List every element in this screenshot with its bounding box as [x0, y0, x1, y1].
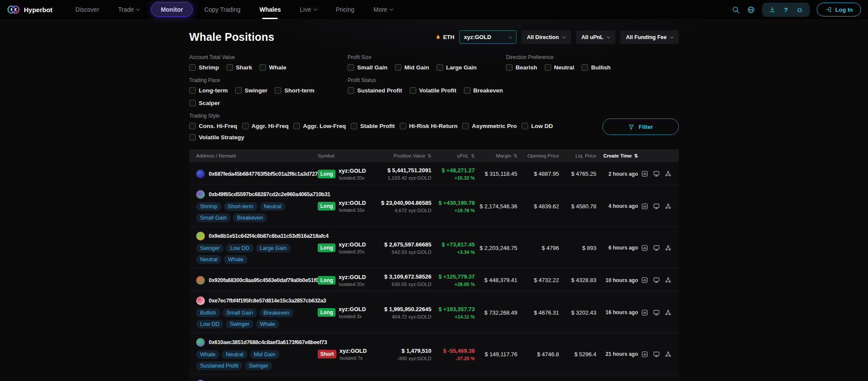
table-row[interactable]: 0xb49f65cd5597bc68287cd2c2e960a4065a710b… [189, 185, 679, 227]
trader-address[interactable]: 0x920fa68300c8aa95c4563e0daf79a0b0e51f0c… [209, 277, 326, 283]
hot-coin-chip[interactable]: ETH [435, 34, 454, 41]
stats-icon[interactable] [641, 244, 648, 252]
trader-tag[interactable]: Small Gain [196, 213, 230, 222]
trader-address[interactable]: 0xe7ec7fbf4f195fc8e57d814e15c3a2857cb632… [209, 298, 326, 304]
filter-button[interactable]: Filter [602, 118, 679, 135]
trader-tag[interactable]: Swinger [196, 244, 224, 253]
log-in-button[interactable]: Log In [817, 3, 861, 16]
filter-option-aggr-low-freq[interactable]: Aggr. Low-Freq [293, 123, 346, 129]
nav-item-trade[interactable]: Trade [111, 3, 147, 16]
checkbox[interactable] [351, 123, 357, 129]
monitor-icon[interactable] [653, 170, 660, 177]
filter-option-bullish[interactable]: Bullish [582, 64, 611, 71]
filter-option-small-gain[interactable]: Small Gain [348, 64, 388, 71]
monitor-icon[interactable] [653, 244, 660, 252]
upnl-filter-dropdown[interactable]: All uPnL [576, 30, 616, 44]
checkbox[interactable] [293, 123, 300, 129]
nav-item-monitor[interactable]: Monitor [151, 2, 192, 17]
share-nodes-icon[interactable] [664, 203, 672, 210]
trader-tag[interactable]: Short-term [224, 202, 257, 211]
trader-address[interactable]: 0x610aec3851d7688c4c8aef3a6173f667e8beef… [209, 339, 327, 345]
funding-fee-filter-dropdown[interactable]: All Funding Fee [620, 30, 679, 44]
checkbox[interactable] [348, 87, 354, 94]
trader-tag[interactable]: Sustained Profit [196, 361, 242, 370]
header-upnl[interactable]: uPnL⇅ [431, 153, 475, 159]
filter-option-cons-hi-freq[interactable]: Cons. Hi-Freq [189, 123, 237, 129]
stats-icon[interactable] [641, 351, 648, 358]
stats-icon[interactable] [641, 309, 648, 316]
monitor-icon[interactable] [653, 276, 660, 284]
checkbox[interactable] [395, 64, 401, 71]
stats-icon[interactable] [641, 170, 648, 177]
download-icon[interactable] [769, 6, 776, 13]
checkbox[interactable] [506, 64, 513, 71]
search-icon[interactable] [732, 6, 740, 14]
nav-item-live[interactable]: Live [293, 3, 324, 16]
checkbox[interactable] [235, 87, 242, 94]
nav-item-copy-trading[interactable]: Copy Trading [197, 3, 248, 16]
direction-filter-dropdown[interactable]: All Direction [521, 30, 571, 44]
filter-option-scalper[interactable]: Scalper [189, 100, 220, 106]
filter-option-hi-risk-hi-return[interactable]: Hi-Risk Hi-Return [400, 123, 458, 129]
checkbox[interactable] [400, 123, 406, 129]
trader-tag[interactable]: Neutral [222, 350, 247, 359]
table-row[interactable]: 0x9e8b1e51c642f4c8b87c6ba11c53d516a218af… [189, 227, 679, 269]
filter-option-volatile-profit[interactable]: Volatile Profit [410, 87, 457, 94]
checkbox[interactable] [189, 87, 196, 94]
header-position-value[interactable]: Position Value⇅ [370, 153, 431, 159]
trader-tag[interactable]: Whale [196, 350, 219, 359]
checkbox[interactable] [260, 64, 266, 71]
help-icon[interactable]: ? [784, 7, 788, 13]
trader-tag[interactable]: Swinger [245, 361, 272, 370]
filter-option-breakeven[interactable]: Breakeven [464, 87, 503, 94]
header-create-time[interactable]: Create Time⇅ [596, 153, 638, 159]
checkbox[interactable] [437, 64, 443, 71]
checkbox[interactable] [227, 64, 233, 71]
filter-option-stable-profit[interactable]: Stable Profit [351, 123, 395, 129]
checkbox[interactable] [189, 64, 196, 71]
table-row[interactable]: 0x77375a8c9d13bf79afb2a87f1b0ac1dfd5f5bf… [189, 375, 679, 381]
symbol-select[interactable]: xyz:GOLD [459, 30, 516, 44]
share-nodes-icon[interactable] [664, 170, 672, 177]
sort-icon[interactable]: ⇅ [634, 153, 638, 159]
trader-tag[interactable]: Mid Gain [250, 350, 279, 359]
trader-tag[interactable]: Swinger [226, 320, 253, 328]
table-row[interactable]: 0xe7ec7fbf4f195fc8e57d814e15c3a2857cb632… [189, 292, 679, 333]
table-row[interactable]: 0x687feda45b6847763f5bf5c01a2f6c1a3d727f… [189, 162, 679, 185]
nav-item-whales[interactable]: Whales [252, 3, 288, 16]
monitor-icon[interactable] [653, 203, 660, 210]
trader-tag[interactable]: Neutral [196, 255, 221, 264]
filter-option-short-term[interactable]: Short-term [275, 87, 314, 94]
share-nodes-icon[interactable] [664, 351, 672, 358]
share-nodes-icon[interactable] [664, 309, 672, 316]
trader-tag[interactable]: Whale [224, 255, 247, 264]
filter-option-shark[interactable]: Shark [227, 64, 253, 71]
table-row[interactable]: 0x920fa68300c8aa95c4563e0daf79a0b0e51f0c… [189, 269, 679, 292]
checkbox[interactable] [189, 100, 196, 106]
checkbox[interactable] [189, 123, 196, 129]
trader-tag[interactable]: Low DD [226, 244, 253, 253]
stats-icon[interactable] [641, 203, 648, 210]
filter-option-asymmetric-pro[interactable]: Asymmetric Pro [462, 123, 517, 129]
table-row[interactable]: 0x610aec3851d7688c4c8aef3a6173f667e8beef… [189, 333, 679, 375]
trader-address[interactable]: 0xb49f65cd5597bc68287cd2c2e960a4065a710b… [209, 191, 330, 197]
trader-tag[interactable]: Whale [256, 320, 279, 328]
checkbox[interactable] [464, 87, 470, 94]
monitor-icon[interactable] [653, 309, 660, 316]
header-margin[interactable]: Margin⇅ [475, 153, 517, 159]
trader-address[interactable]: 0x687feda45b6847763f5bf5c01a2f6c1a3d727f… [209, 171, 325, 177]
monitor-icon[interactable] [653, 351, 660, 358]
trader-tag[interactable]: Neutral [260, 202, 285, 211]
checkbox[interactable] [275, 87, 281, 94]
checkbox[interactable] [242, 123, 249, 129]
sort-icon[interactable]: ⇅ [513, 153, 517, 159]
trader-tag[interactable]: Breakeven [260, 309, 293, 317]
filter-option-swinger[interactable]: Swinger [235, 87, 268, 94]
share-nodes-icon[interactable] [664, 276, 672, 284]
filter-option-aggr-hi-freq[interactable]: Aggr. Hi-Freq [242, 123, 289, 129]
trader-tag[interactable]: Small Gain [223, 309, 257, 317]
sort-icon[interactable]: ⇅ [427, 153, 431, 159]
nav-item-more[interactable]: More [366, 3, 400, 16]
filter-option-mid-gain[interactable]: Mid Gain [395, 64, 429, 71]
sort-icon[interactable]: ⇅ [471, 153, 475, 159]
